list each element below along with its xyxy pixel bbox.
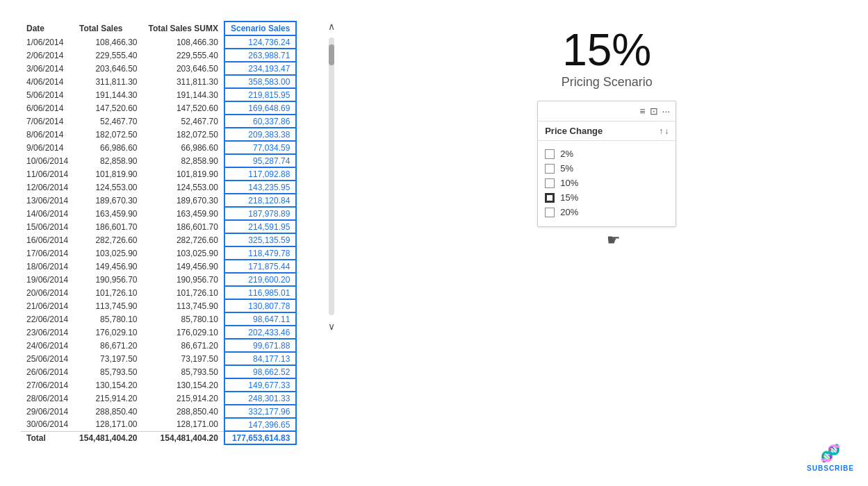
filter-checkbox[interactable] [545, 208, 555, 217]
scenario-cell: 124,736.24 [224, 35, 296, 49]
scenario-cell: 116,985.01 [224, 286, 296, 299]
filter-title-arrows: ↑ ↓ [659, 126, 669, 136]
sales-cell: 182,072.50 [142, 128, 224, 141]
filter-option[interactable]: 20% [545, 205, 669, 219]
sales-cell: 149,456.90 [142, 260, 224, 273]
table-row: 20/06/2014101,726.10101,726.10116,985.01 [21, 286, 296, 299]
sales-cell: 66,986.60 [74, 141, 142, 154]
table-row: 16/06/2014282,726.60282,726.60325,135.59 [21, 233, 296, 246]
scenario-cell: 77,034.59 [224, 141, 296, 154]
date-cell: 19/06/2014 [21, 273, 74, 286]
col-header-total-sales: Total Sales [74, 22, 142, 35]
total-scenario: 177,653,614.83 [224, 431, 296, 444]
date-cell: 5/06/2014 [21, 88, 74, 101]
scrollbar-thumb[interactable] [329, 44, 334, 65]
col-header-date: Date [21, 22, 74, 35]
sales-cell: 147,520.60 [74, 101, 142, 115]
sales-cell: 203,646.50 [74, 62, 142, 75]
sales-cell: 130,154.20 [74, 378, 142, 392]
sales-cell: 128,171.00 [74, 418, 142, 431]
table-row: 19/06/2014190,956.70190,956.70219,600.20 [21, 273, 296, 286]
filter-title-row: Price Change ↑ ↓ [538, 122, 675, 140]
date-cell: 17/06/2014 [21, 246, 74, 260]
table-row: 1/06/2014108,466.30108,466.30124,736.24 [21, 35, 296, 49]
table-row: 4/06/2014311,811.30311,811.30358,583.00 [21, 75, 296, 88]
sales-cell: 86,671.20 [74, 339, 142, 352]
expand-icon[interactable]: ⊡ [650, 106, 658, 117]
filter-option[interactable]: 15% [545, 190, 669, 205]
filter-sort-desc[interactable]: ↓ [664, 126, 669, 136]
col-header-total-sales-sumx: Total Sales SUMX [142, 22, 224, 35]
filter-card-header: ≡ ⊡ ··· [538, 101, 675, 122]
sales-cell: 103,025.90 [74, 246, 142, 260]
scroll-up-arrow[interactable]: ∧ [328, 21, 335, 32]
scenario-cell: 118,479.78 [224, 246, 296, 260]
filter-checkbox[interactable] [545, 149, 555, 159]
cursor-hand-icon: ☛ [607, 231, 621, 249]
lines-icon[interactable]: ≡ [639, 106, 645, 117]
sales-cell: 190,956.70 [142, 273, 224, 286]
sales-cell: 82,858.90 [142, 154, 224, 167]
table-row: 24/06/201486,671.2086,671.2099,671.88 [21, 339, 296, 352]
sales-cell: 124,553.00 [74, 181, 142, 194]
sales-cell: 101,726.10 [74, 286, 142, 299]
date-cell: 25/06/2014 [21, 352, 74, 365]
filter-option[interactable]: 2% [545, 146, 669, 161]
filter-checkbox[interactable] [545, 164, 555, 174]
subscribe-area: 🧬 SUBSCRIBE [807, 444, 854, 472]
sales-cell: 108,466.30 [74, 35, 142, 49]
table-row: 18/06/2014149,456.90149,456.90171,875.44 [21, 260, 296, 273]
date-cell: 8/06/2014 [21, 128, 74, 141]
sales-cell: 163,459.90 [74, 207, 142, 220]
scenario-cell: 218,120.84 [224, 194, 296, 207]
date-cell: 16/06/2014 [21, 233, 74, 246]
sales-cell: 176,029.10 [74, 326, 142, 339]
date-cell: 20/06/2014 [21, 286, 74, 299]
sales-cell: 101,819.90 [142, 167, 224, 181]
sales-cell: 203,646.50 [142, 62, 224, 75]
subscribe-label[interactable]: SUBSCRIBE [807, 464, 854, 472]
table-row: 25/06/201473,197.5073,197.5084,177.13 [21, 352, 296, 365]
sales-cell: 282,726.60 [74, 233, 142, 246]
scenario-cell: 202,433.46 [224, 326, 296, 339]
date-cell: 12/06/2014 [21, 181, 74, 194]
date-cell: 24/06/2014 [21, 339, 74, 352]
date-cell: 29/06/2014 [21, 405, 74, 418]
filter-sort-asc[interactable]: ↑ [659, 126, 663, 136]
sales-cell: 215,914.20 [74, 392, 142, 405]
sales-cell: 149,456.90 [74, 260, 142, 273]
filter-title: Price Change [545, 126, 603, 136]
sales-cell: 130,154.20 [142, 378, 224, 392]
scenario-cell: 169,648.69 [224, 101, 296, 115]
sales-cell: 186,601.70 [142, 220, 224, 233]
sales-cell: 85,780.10 [142, 312, 224, 326]
date-cell: 10/06/2014 [21, 154, 74, 167]
table-row: 8/06/2014182,072.50182,072.50209,383.38 [21, 128, 296, 141]
pricing-scenario-label: Pricing Scenario [562, 75, 653, 90]
filter-option-label: 15% [560, 192, 578, 203]
total-sales-sumx: 154,481,404.20 [142, 431, 224, 444]
table-row: 11/06/2014101,819.90101,819.90117,092.88 [21, 167, 296, 181]
sales-cell: 147,520.60 [142, 101, 224, 115]
scenario-cell: 234,193.47 [224, 62, 296, 75]
data-table: Date Total Sales Total Sales SUMX Scenar… [21, 21, 297, 445]
filter-option-label: 10% [560, 178, 578, 188]
date-cell: 14/06/2014 [21, 207, 74, 220]
table-row: 13/06/2014189,670.30189,670.30218,120.84 [21, 194, 296, 207]
filter-checkbox[interactable] [545, 178, 555, 188]
filter-option[interactable]: 10% [545, 176, 669, 190]
scenario-cell: 149,677.33 [224, 378, 296, 392]
scenario-cell: 60,337.86 [224, 115, 296, 128]
filter-option[interactable]: 5% [545, 161, 669, 176]
scrollbar-track[interactable] [329, 37, 334, 315]
scroll-down-arrow[interactable]: ∨ [328, 321, 335, 332]
filter-checkbox[interactable] [545, 193, 555, 203]
more-icon[interactable]: ··· [662, 106, 671, 117]
date-cell: 28/06/2014 [21, 392, 74, 405]
table-row: 23/06/2014176,029.10176,029.10202,433.46 [21, 326, 296, 339]
table-row: 21/06/2014113,745.90113,745.90130,807.78 [21, 299, 296, 312]
scenario-cell: 187,978.89 [224, 207, 296, 220]
date-cell: 27/06/2014 [21, 378, 74, 392]
sales-cell: 191,144.30 [74, 88, 142, 101]
sales-cell: 73,197.50 [74, 352, 142, 365]
